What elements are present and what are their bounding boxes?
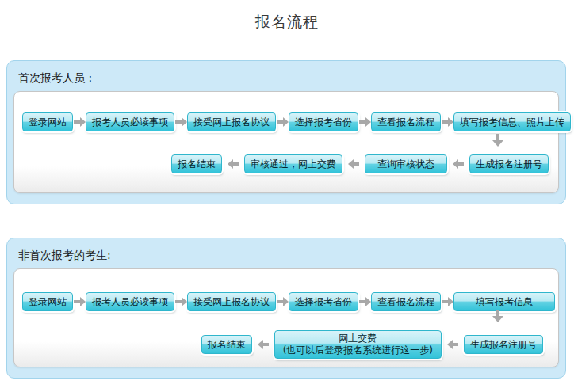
arrow-right-icon (441, 297, 453, 306)
arrow-down-icon (492, 134, 503, 147)
section-label: 首次报考人员 : (18, 71, 92, 86)
arrow-right-icon (358, 117, 371, 127)
step-must-read: 报考人员必读事项 (86, 112, 174, 131)
step-view-process: 查看报名流程 (371, 112, 441, 131)
step-login: 登录网站 (22, 112, 73, 131)
step-finish: 报名结束 (201, 335, 252, 354)
arrow-left-icon (227, 159, 239, 169)
step-payment: 网上交费 (也可以后登录报名系统进行这一步) (274, 330, 442, 359)
arrow-down-icon (492, 310, 503, 323)
arrow-left-icon (347, 159, 360, 169)
step-fill-info: 填写报考信息 (453, 292, 555, 311)
step-payment-line1: 网上交费 (339, 333, 377, 344)
section-repeat: 非首次报考的考生: 登录网站 报考人员必读事项 接受网上报名协议 选择报考省份 … (6, 238, 566, 379)
arrow-left-icon (257, 340, 270, 349)
arrow-right-icon (276, 297, 289, 306)
repeat-row-2: 报名结束 网上交费 (也可以后登录报名系统进行这一步) 生成报名注册号 (14, 330, 543, 359)
section-first-time: 首次报考人员 : 登录网站 报考人员必读事项 接受网上报名协议 选择报考省份 查… (6, 60, 566, 204)
step-register-number: 生成报名注册号 (469, 154, 549, 173)
step-login: 登录网站 (22, 292, 73, 311)
step-agreement: 接受网上报名协议 (187, 292, 276, 311)
arrow-right-icon (441, 117, 453, 127)
step-payment: 审核通过，网上交费 (244, 154, 342, 173)
repeat-row-1: 登录网站 报考人员必读事项 接受网上报名协议 选择报考省份 查看报名流程 填写报… (22, 292, 552, 311)
step-register-number: 生成报名注册号 (464, 335, 543, 354)
first-time-row-2: 报名结束 审核通过，网上交费 查询审核状态 生成报名注册号 (14, 154, 549, 173)
step-agreement: 接受网上报名协议 (187, 112, 276, 131)
arrow-left-icon (446, 340, 459, 349)
step-fill-info-photo: 填写报考信息、照片上传 (453, 112, 571, 131)
arrow-left-icon (452, 159, 465, 169)
flow-canvas: 登录网站 报考人员必读事项 接受网上报名协议 选择报考省份 查看报名流程 填写报… (13, 268, 559, 367)
flow-canvas: 登录网站 报考人员必读事项 接受网上报名协议 选择报考省份 查看报名流程 填写报… (13, 91, 559, 193)
first-time-row-1: 登录网站 报考人员必读事项 接受网上报名协议 选择报考省份 查看报名流程 填写报… (22, 112, 552, 131)
step-payment-line2: (也可以后登录报名系统进行这一步) (283, 344, 433, 356)
arrow-right-icon (358, 297, 371, 306)
arrow-right-icon (276, 117, 289, 127)
title-divider (0, 44, 574, 44)
arrow-right-icon (73, 117, 86, 127)
arrow-right-icon (73, 297, 86, 306)
section-label: 非首次报考的考生: (18, 249, 111, 263)
step-select-province: 选择报考省份 (289, 112, 358, 131)
step-finish: 报名结束 (171, 154, 222, 173)
step-must-read: 报考人员必读事项 (86, 292, 174, 311)
step-check-status: 查询审核状态 (365, 154, 447, 173)
step-select-province: 选择报考省份 (289, 292, 358, 311)
arrow-right-icon (174, 117, 187, 127)
step-view-process: 查看报名流程 (371, 292, 441, 311)
arrow-right-icon (174, 297, 187, 306)
page-title: 报名流程 (0, 0, 574, 32)
